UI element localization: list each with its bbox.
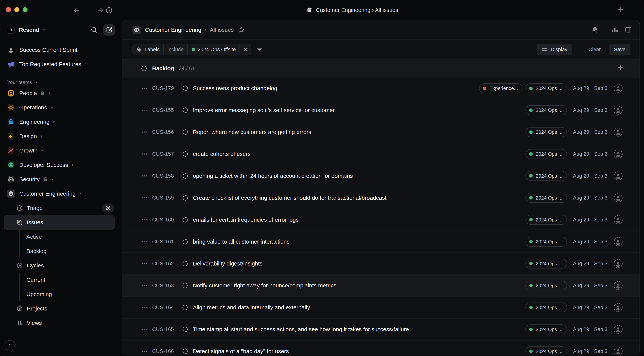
sidebar-item-views[interactable]: Views (4, 316, 115, 330)
issue-row[interactable]: CUS-162Deliverability digest/insights202… (122, 253, 640, 275)
favorite-star-icon[interactable] (238, 27, 244, 33)
notification-subscribe-icon[interactable] (591, 26, 598, 34)
priority-no-priority-icon[interactable] (141, 348, 148, 354)
filter-operator[interactable]: include (164, 44, 188, 55)
assignee-avatar[interactable] (614, 215, 623, 225)
label-pill[interactable]: 2024 Ops ... (526, 237, 567, 247)
sidebar-item-upcoming[interactable]: Upcoming (4, 287, 115, 301)
assignee-avatar[interactable] (614, 171, 623, 181)
issue-row[interactable]: CUS-157create cohorts of users2024 Ops .… (122, 143, 640, 165)
issue-row[interactable]: CUS-161bring value to all customer inter… (122, 231, 640, 253)
sidebar-favorite-item[interactable]: Success Current Sprint (4, 43, 115, 57)
priority-no-priority-icon[interactable] (141, 260, 148, 267)
assignee-avatar[interactable] (614, 193, 623, 203)
issue-row[interactable]: CUS-166Detect signals of a "bad day" for… (122, 340, 640, 354)
assignee-avatar[interactable] (614, 346, 623, 354)
priority-no-priority-icon[interactable] (141, 173, 148, 179)
status-backlog-icon[interactable] (182, 107, 188, 113)
save-view-button[interactable]: Save (609, 44, 630, 55)
assignee-avatar[interactable] (614, 105, 623, 115)
issue-row[interactable]: CUS-165Time stamp all start and success … (122, 319, 640, 340)
label-pill[interactable]: 2024 Ops ... (526, 324, 567, 334)
sidebar-team-people[interactable]: People (4, 86, 115, 100)
breadcrumb-team[interactable]: Customer Engineering (145, 27, 202, 33)
add-filter-icon[interactable] (256, 47, 262, 53)
sidebar-team-security[interactable]: Security (4, 172, 115, 187)
sidebar-team-design[interactable]: Design (4, 129, 115, 143)
assignee-avatar[interactable] (614, 259, 623, 268)
status-backlog-icon[interactable] (182, 261, 188, 267)
status-backlog-icon[interactable] (182, 282, 188, 289)
new-tab-plus-icon[interactable] (617, 6, 624, 14)
label-pill[interactable]: 2024 Ops ... (526, 281, 567, 290)
priority-no-priority-icon[interactable] (141, 282, 148, 289)
search-icon[interactable] (90, 27, 98, 33)
label-pill[interactable]: 2024 Ops ... (526, 302, 567, 312)
sidebar-item-backlog[interactable]: Backlog (4, 244, 115, 258)
sidebar-item-active[interactable]: Active (4, 230, 115, 244)
status-backlog-icon[interactable] (182, 85, 188, 91)
remove-filter-icon[interactable]: ✕ (240, 44, 251, 55)
label-pill[interactable]: 2024 Ops ... (526, 346, 567, 354)
sidebar-item-issues[interactable]: Issues (4, 215, 115, 230)
issue-row[interactable]: CUS-163Notify customer right away for bo… (122, 275, 640, 297)
breadcrumb-view[interactable]: All issues (210, 27, 234, 33)
status-backlog-icon[interactable] (182, 348, 188, 354)
status-backlog-icon[interactable] (182, 217, 188, 223)
filter-value[interactable]: 2024 Ops Offsite (188, 44, 240, 55)
priority-no-priority-icon[interactable] (141, 217, 148, 223)
status-backlog-icon[interactable] (182, 326, 188, 332)
issue-row[interactable]: CUS-159Create checklist of everything cu… (122, 187, 640, 209)
side-panel-icon[interactable] (625, 26, 632, 34)
priority-no-priority-icon[interactable] (141, 151, 148, 157)
close-window-button[interactable] (6, 7, 11, 12)
issue-row[interactable]: CUS-158opening a ticket within 24 hours … (122, 165, 640, 187)
status-backlog-icon[interactable] (182, 173, 188, 179)
label-pill[interactable]: 2024 Ops ... (526, 171, 567, 181)
issue-row[interactable]: CUS-179Success owns product changelogExp… (122, 77, 640, 99)
label-pill[interactable]: 2024 Ops ... (526, 83, 567, 93)
add-issue-plus-icon[interactable] (617, 64, 624, 72)
sidebar-item-triage[interactable]: Triage26 (4, 201, 115, 215)
assignee-avatar[interactable] (614, 149, 623, 159)
status-backlog-icon[interactable] (182, 239, 188, 245)
sidebar-item-projects[interactable]: Projects (4, 301, 115, 316)
issue-row[interactable]: CUS-155Improve error messaging so it's s… (122, 99, 640, 121)
sidebar-team-customer-engineering[interactable]: Customer Engineering (4, 187, 115, 201)
label-pill[interactable]: 2024 Ops ... (526, 127, 567, 137)
sidebar-team-operations[interactable]: Operations (4, 100, 115, 115)
label-pill[interactable]: 2024 Ops ... (526, 193, 567, 203)
issue-row[interactable]: CUS-156Report where new customers are ge… (122, 121, 640, 143)
label-pill[interactable]: 2024 Ops ... (526, 259, 567, 269)
minimize-window-button[interactable] (14, 7, 19, 12)
assignee-avatar[interactable] (614, 325, 623, 334)
priority-no-priority-icon[interactable] (141, 195, 148, 201)
priority-no-priority-icon[interactable] (141, 85, 148, 91)
sidebar-item-cycles[interactable]: Cycles (4, 258, 115, 273)
label-pill[interactable]: 2024 Ops ... (526, 215, 567, 225)
sidebar-favorite-item[interactable]: Top Requested Features (4, 57, 115, 71)
status-backlog-icon[interactable] (182, 195, 188, 201)
display-options-button[interactable]: Display (537, 44, 572, 55)
assignee-avatar[interactable] (614, 84, 623, 93)
assignee-avatar[interactable] (614, 281, 623, 290)
sidebar-team-growth[interactable]: Growth (4, 143, 115, 158)
priority-no-priority-icon[interactable] (141, 239, 148, 245)
priority-no-priority-icon[interactable] (141, 129, 148, 135)
priority-no-priority-icon[interactable] (141, 107, 148, 113)
assignee-avatar[interactable] (614, 303, 623, 312)
issue-row[interactable]: CUS-164Align metrics and data internally… (122, 297, 640, 319)
filter-field[interactable]: Labels (133, 44, 164, 55)
assignee-avatar[interactable] (614, 237, 623, 246)
help-button[interactable]: ? (4, 340, 16, 351)
sidebar-team-engineering[interactable]: Engineering (4, 115, 115, 129)
clear-filters-button[interactable]: Clear (588, 47, 601, 53)
priority-no-priority-icon[interactable] (141, 304, 148, 311)
group-header-backlog[interactable]: Backlog 34 / 61 (122, 60, 640, 77)
status-backlog-icon[interactable] (182, 151, 188, 157)
status-backlog-icon[interactable] (182, 129, 188, 135)
issue-row[interactable]: CUS-160emails for certain frequencies of… (122, 209, 640, 231)
workspace-switcher[interactable]: R Resend (4, 22, 115, 37)
sidebar-team-developer-success[interactable]: Developer Success (4, 158, 115, 172)
label-pill[interactable]: 2024 Ops ... (526, 149, 567, 159)
